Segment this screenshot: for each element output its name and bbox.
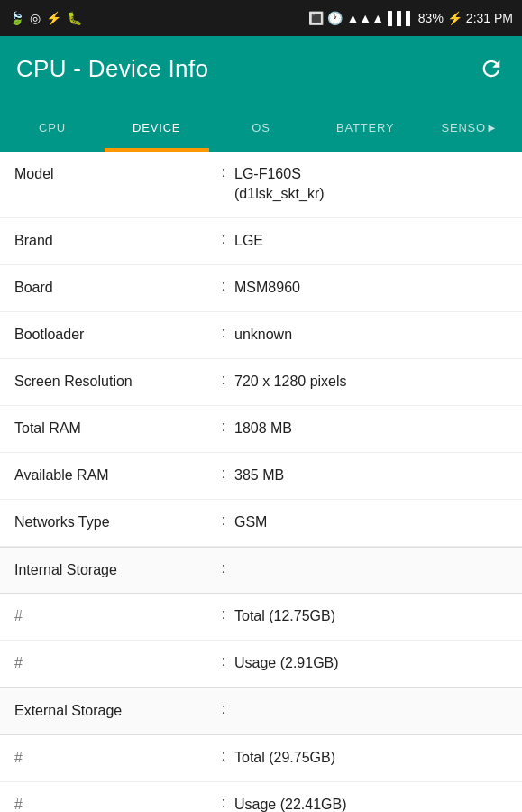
- tab-os[interactable]: OS: [209, 108, 314, 152]
- sep-external-storage: :: [213, 701, 234, 717]
- tab-bar: CPU DEVICE OS BATTERY SENSO►: [0, 101, 522, 152]
- battery-percent: 83%: [418, 11, 444, 25]
- value-bootloader: unknown: [234, 325, 508, 345]
- tab-battery-label: BATTERY: [336, 121, 394, 134]
- tab-cpu-label: CPU: [39, 121, 66, 134]
- clock-icon: 🕐: [327, 11, 343, 25]
- row-internal-usage: # : Usage (2.91GB): [0, 641, 522, 687]
- leaf-icon: 🍃: [9, 11, 24, 25]
- label-external-storage: External Storage: [14, 701, 213, 721]
- label-screen-resolution: Screen Resolution: [14, 372, 213, 392]
- label-external-total: #: [14, 748, 213, 768]
- tab-sensor-label: SENSO►: [441, 121, 498, 134]
- row-brand: Brand : LGE: [0, 218, 522, 265]
- tab-device[interactable]: DEVICE: [105, 108, 209, 152]
- value-screen-resolution: 720 x 1280 pixels: [234, 372, 508, 392]
- row-internal-total: # : Total (12.75GB): [0, 594, 522, 641]
- value-external-usage: Usage (22.41GB): [234, 795, 508, 812]
- row-external-total: # : Total (29.75GB): [0, 735, 522, 782]
- label-internal-storage: Internal Storage: [14, 560, 213, 580]
- device-info-content: Model : LG-F160S(d1lsk_skt_kr) Brand : L…: [0, 152, 522, 812]
- row-bootloader: Bootloader : unknown: [0, 312, 522, 359]
- app-title: CPU - Device Info: [16, 55, 208, 83]
- time: 2:31 PM: [466, 11, 513, 25]
- tab-cpu[interactable]: CPU: [0, 108, 105, 152]
- sep-internal-usage: :: [213, 653, 234, 669]
- refresh-button[interactable]: [477, 54, 506, 83]
- tab-sensor[interactable]: SENSO►: [417, 108, 522, 152]
- sep-internal-storage: :: [213, 560, 234, 577]
- label-internal-total: #: [14, 606, 213, 626]
- row-board: Board : MSM8960: [0, 265, 522, 312]
- label-total-ram: Total RAM: [14, 419, 213, 438]
- status-icons: 🍃 ◎ ⚡ 🐛: [9, 11, 82, 25]
- value-external-total: Total (29.75GB): [234, 748, 508, 768]
- tab-os-label: OS: [252, 121, 270, 134]
- sep-internal-total: :: [213, 606, 234, 623]
- sep-networks-type: :: [213, 512, 234, 529]
- tab-battery[interactable]: BATTERY: [313, 108, 417, 152]
- row-internal-storage: Internal Storage :: [0, 547, 522, 594]
- value-model: LG-F160S(d1lsk_skt_kr): [234, 164, 508, 205]
- value-board: MSM8960: [234, 278, 508, 298]
- row-networks-type: Networks Type : GSM: [0, 500, 522, 547]
- bug-icon: 🐛: [67, 11, 82, 25]
- battery-icon: 🔳: [308, 11, 324, 25]
- signal-icon: ▌▌▌: [388, 11, 415, 25]
- sep-available-ram: :: [213, 466, 234, 482]
- sep-external-total: :: [213, 748, 234, 764]
- wifi-icon: ▲▲▲: [346, 11, 384, 25]
- label-brand: Brand: [14, 231, 213, 251]
- value-networks-type: GSM: [234, 512, 508, 532]
- row-model: Model : LG-F160S(d1lsk_skt_kr): [0, 152, 522, 218]
- value-internal-total: Total (12.75GB): [234, 606, 508, 626]
- status-bar: 🍃 ◎ ⚡ 🐛 🔳 🕐 ▲▲▲ ▌▌▌ 83% ⚡ 2:31 PM: [0, 0, 522, 36]
- sep-external-usage: :: [213, 795, 234, 811]
- label-model: Model: [14, 164, 213, 184]
- app-header: CPU - Device Info: [0, 36, 522, 101]
- sep-board: :: [213, 278, 234, 294]
- sep-screen-resolution: :: [213, 372, 234, 388]
- sep-bootloader: :: [213, 325, 234, 341]
- sep-total-ram: :: [213, 419, 234, 435]
- row-external-storage: External Storage :: [0, 687, 522, 734]
- battery-charging-icon: ⚡: [447, 11, 462, 25]
- row-available-ram: Available RAM : 385 MB: [0, 453, 522, 500]
- tab-device-label: DEVICE: [133, 121, 180, 134]
- sep-model: :: [213, 164, 234, 180]
- row-total-ram: Total RAM : 1808 MB: [0, 406, 522, 453]
- label-networks-type: Networks Type: [14, 512, 213, 532]
- value-brand: LGE: [234, 231, 508, 251]
- usb-icon: ⚡: [46, 11, 61, 25]
- target-icon: ◎: [30, 11, 41, 25]
- label-internal-usage: #: [14, 653, 213, 673]
- tab-active-indicator: [105, 148, 209, 152]
- label-board: Board: [14, 278, 213, 298]
- label-external-usage: #: [14, 795, 213, 812]
- row-screen-resolution: Screen Resolution : 720 x 1280 pixels: [0, 359, 522, 406]
- label-bootloader: Bootloader: [14, 325, 213, 345]
- value-total-ram: 1808 MB: [234, 419, 508, 438]
- status-right: 🔳 🕐 ▲▲▲ ▌▌▌ 83% ⚡ 2:31 PM: [308, 11, 513, 25]
- row-external-usage: # : Usage (22.41GB): [0, 782, 522, 812]
- value-internal-usage: Usage (2.91GB): [234, 653, 508, 673]
- sep-brand: :: [213, 231, 234, 247]
- label-available-ram: Available RAM: [14, 466, 213, 485]
- value-available-ram: 385 MB: [234, 466, 508, 485]
